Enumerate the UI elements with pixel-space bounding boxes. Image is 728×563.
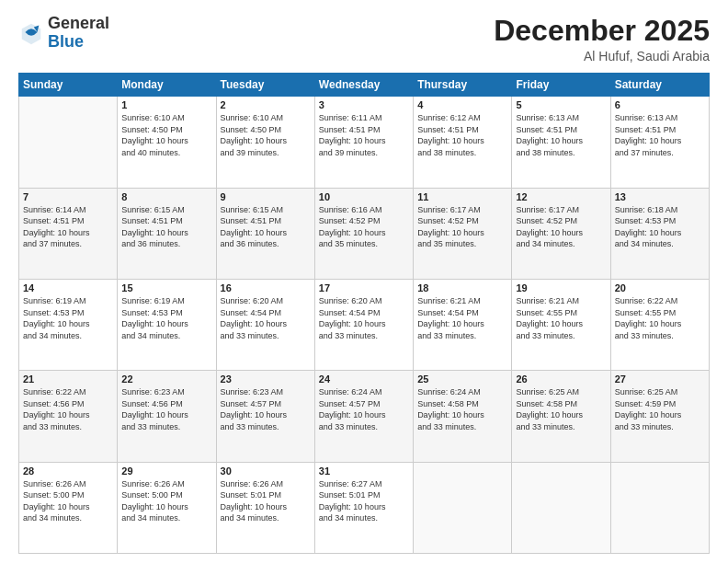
calendar-cell: 28Sunrise: 6:26 AMSunset: 5:00 PMDayligh… — [19, 462, 118, 553]
title-block: December 2025 Al Hufuf, Saudi Arabia — [494, 15, 710, 63]
calendar-cell: 30Sunrise: 6:26 AMSunset: 5:01 PMDayligh… — [216, 462, 314, 553]
day-number: 5 — [516, 99, 606, 110]
day-info: Sunrise: 6:23 AMSunset: 4:57 PMDaylight:… — [221, 386, 311, 432]
day-info: Sunrise: 6:23 AMSunset: 4:56 PMDaylight:… — [121, 386, 211, 432]
week-row-3: 14Sunrise: 6:19 AMSunset: 4:53 PMDayligh… — [19, 279, 710, 370]
day-number: 10 — [319, 191, 409, 202]
week-row-1: 1Sunrise: 6:10 AMSunset: 4:50 PMDaylight… — [19, 97, 710, 188]
calendar-cell: 23Sunrise: 6:23 AMSunset: 4:57 PMDayligh… — [216, 371, 314, 462]
calendar-cell: 21Sunrise: 6:22 AMSunset: 4:56 PMDayligh… — [19, 371, 118, 462]
day-info: Sunrise: 6:24 AMSunset: 4:58 PMDaylight:… — [417, 386, 507, 432]
day-info: Sunrise: 6:26 AMSunset: 5:00 PMDaylight:… — [121, 478, 211, 524]
calendar-cell: 14Sunrise: 6:19 AMSunset: 4:53 PMDayligh… — [19, 279, 118, 370]
calendar-cell: 6Sunrise: 6:13 AMSunset: 4:51 PMDaylight… — [610, 97, 709, 188]
calendar-cell: 12Sunrise: 6:17 AMSunset: 4:52 PMDayligh… — [512, 188, 610, 279]
day-number: 27 — [615, 373, 705, 385]
day-info: Sunrise: 6:19 AMSunset: 4:53 PMDaylight:… — [23, 295, 113, 341]
day-number: 23 — [221, 373, 311, 385]
calendar-cell: 27Sunrise: 6:25 AMSunset: 4:59 PMDayligh… — [610, 371, 709, 462]
calendar: Sunday Monday Tuesday Wednesday Thursday… — [18, 73, 710, 554]
calendar-cell: 4Sunrise: 6:12 AMSunset: 4:51 PMDaylight… — [414, 97, 512, 188]
day-number: 29 — [121, 465, 211, 477]
month-title: December 2025 — [494, 15, 710, 47]
day-number: 18 — [417, 282, 507, 293]
logo-general: General — [48, 15, 109, 33]
day-info: Sunrise: 6:24 AMSunset: 4:57 PMDaylight:… — [319, 386, 409, 432]
col-tuesday: Tuesday — [216, 74, 314, 97]
day-number: 9 — [221, 191, 311, 202]
page: General Blue December 2025 Al Hufuf, Sau… — [0, 0, 728, 563]
day-info: Sunrise: 6:15 AMSunset: 4:51 PMDaylight:… — [221, 204, 311, 250]
day-info: Sunrise: 6:11 AMSunset: 4:51 PMDaylight:… — [319, 112, 409, 158]
day-info: Sunrise: 6:21 AMSunset: 4:55 PMDaylight:… — [516, 295, 606, 341]
header: General Blue December 2025 Al Hufuf, Sau… — [18, 15, 710, 63]
day-info: Sunrise: 6:20 AMSunset: 4:54 PMDaylight:… — [221, 295, 311, 341]
col-saturday: Saturday — [610, 74, 709, 97]
calendar-cell: 26Sunrise: 6:25 AMSunset: 4:58 PMDayligh… — [512, 371, 610, 462]
calendar-cell: 20Sunrise: 6:22 AMSunset: 4:55 PMDayligh… — [610, 279, 709, 370]
calendar-cell: 24Sunrise: 6:24 AMSunset: 4:57 PMDayligh… — [314, 371, 413, 462]
week-row-4: 21Sunrise: 6:22 AMSunset: 4:56 PMDayligh… — [19, 371, 710, 462]
day-info: Sunrise: 6:12 AMSunset: 4:51 PMDaylight:… — [417, 112, 507, 158]
week-row-2: 7Sunrise: 6:14 AMSunset: 4:51 PMDaylight… — [19, 188, 710, 279]
day-number: 4 — [417, 99, 507, 110]
day-number: 2 — [221, 99, 311, 110]
col-monday: Monday — [118, 74, 216, 97]
calendar-cell: 3Sunrise: 6:11 AMSunset: 4:51 PMDaylight… — [314, 97, 413, 188]
day-number: 19 — [516, 282, 606, 293]
day-number: 28 — [23, 465, 113, 477]
day-number: 16 — [221, 282, 311, 293]
col-friday: Friday — [512, 74, 610, 97]
day-info: Sunrise: 6:25 AMSunset: 4:58 PMDaylight:… — [516, 386, 606, 432]
calendar-cell: 9Sunrise: 6:15 AMSunset: 4:51 PMDaylight… — [216, 188, 314, 279]
day-number: 26 — [516, 373, 606, 385]
calendar-cell — [19, 97, 118, 188]
day-info: Sunrise: 6:19 AMSunset: 4:53 PMDaylight:… — [121, 295, 211, 341]
day-number: 17 — [319, 282, 409, 293]
day-number: 30 — [221, 465, 311, 477]
day-info: Sunrise: 6:15 AMSunset: 4:51 PMDaylight:… — [121, 204, 211, 250]
day-number: 21 — [23, 373, 113, 385]
calendar-cell: 25Sunrise: 6:24 AMSunset: 4:58 PMDayligh… — [414, 371, 512, 462]
calendar-cell: 17Sunrise: 6:20 AMSunset: 4:54 PMDayligh… — [314, 279, 413, 370]
day-info: Sunrise: 6:10 AMSunset: 4:50 PMDaylight:… — [221, 112, 311, 158]
calendar-cell — [512, 462, 610, 553]
day-number: 25 — [417, 373, 507, 385]
calendar-cell: 5Sunrise: 6:13 AMSunset: 4:51 PMDaylight… — [512, 97, 610, 188]
day-info: Sunrise: 6:17 AMSunset: 4:52 PMDaylight:… — [417, 204, 507, 250]
day-number: 1 — [121, 99, 211, 110]
calendar-cell — [414, 462, 512, 553]
day-number: 3 — [319, 99, 409, 110]
day-info: Sunrise: 6:13 AMSunset: 4:51 PMDaylight:… — [615, 112, 705, 158]
location: Al Hufuf, Saudi Arabia — [494, 49, 710, 63]
col-sunday: Sunday — [19, 74, 118, 97]
logo-icon — [18, 20, 44, 46]
calendar-cell: 1Sunrise: 6:10 AMSunset: 4:50 PMDaylight… — [118, 97, 216, 188]
day-info: Sunrise: 6:21 AMSunset: 4:54 PMDaylight:… — [417, 295, 507, 341]
day-number: 6 — [615, 99, 705, 110]
week-row-5: 28Sunrise: 6:26 AMSunset: 5:00 PMDayligh… — [19, 462, 710, 553]
day-number: 11 — [417, 191, 507, 202]
day-info: Sunrise: 6:18 AMSunset: 4:53 PMDaylight:… — [615, 204, 705, 250]
day-info: Sunrise: 6:27 AMSunset: 5:01 PMDaylight:… — [319, 478, 409, 524]
calendar-cell: 11Sunrise: 6:17 AMSunset: 4:52 PMDayligh… — [414, 188, 512, 279]
day-info: Sunrise: 6:13 AMSunset: 4:51 PMDaylight:… — [516, 112, 606, 158]
calendar-cell: 18Sunrise: 6:21 AMSunset: 4:54 PMDayligh… — [414, 279, 512, 370]
day-number: 15 — [121, 282, 211, 293]
day-number: 24 — [319, 373, 409, 385]
logo-blue: Blue — [48, 33, 109, 52]
day-number: 7 — [23, 191, 113, 202]
day-info: Sunrise: 6:16 AMSunset: 4:52 PMDaylight:… — [319, 204, 409, 250]
calendar-cell: 15Sunrise: 6:19 AMSunset: 4:53 PMDayligh… — [118, 279, 216, 370]
calendar-cell: 19Sunrise: 6:21 AMSunset: 4:55 PMDayligh… — [512, 279, 610, 370]
day-info: Sunrise: 6:25 AMSunset: 4:59 PMDaylight:… — [615, 386, 705, 432]
col-wednesday: Wednesday — [314, 74, 413, 97]
calendar-cell: 13Sunrise: 6:18 AMSunset: 4:53 PMDayligh… — [610, 188, 709, 279]
day-number: 13 — [615, 191, 705, 202]
calendar-cell: 16Sunrise: 6:20 AMSunset: 4:54 PMDayligh… — [216, 279, 314, 370]
day-info: Sunrise: 6:14 AMSunset: 4:51 PMDaylight:… — [23, 204, 113, 250]
calendar-cell — [610, 462, 709, 553]
calendar-cell: 2Sunrise: 6:10 AMSunset: 4:50 PMDaylight… — [216, 97, 314, 188]
day-number: 12 — [516, 191, 606, 202]
day-number: 8 — [121, 191, 211, 202]
